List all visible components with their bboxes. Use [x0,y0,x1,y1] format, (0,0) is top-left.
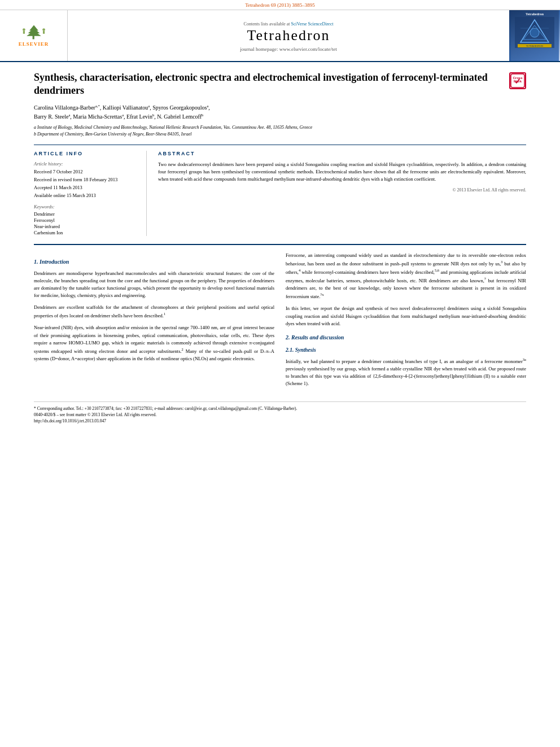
article-info-abstract-section: ARTICLE INFO Article history: Received 7… [34,145,526,236]
intro-para-2: Dendrimers are excellent scaffolds for t… [34,304,274,320]
intro-para-3: Near-infrared (NIR) dyes, with absorptio… [34,324,274,362]
author-4: Barry R. Steele [34,113,68,120]
crossmark-icon: ✓ Cross Mark [509,72,526,89]
available-date: Available online 15 March 2013 [34,193,138,199]
affiliation-a: a Institute of Biology, Medicinal Chemis… [34,124,526,131]
svg-text:Mark: Mark [514,80,522,83]
body-left-column: 1. Introduction Dendrimers are monodispe… [34,252,274,392]
affiliations: a Institute of Biology, Medicinal Chemis… [34,124,526,138]
author-3: Spyros Georgakopoulos [152,104,207,111]
issn-line: 0040-4020/$ – see front matter © 2013 El… [34,412,526,418]
svg-text:TETRAHEDRON: TETRAHEDRON [526,45,544,47]
keyword-3: Near-infrared [34,224,138,229]
svg-rect-5 [23,31,24,34]
cover-title: Tetrahedron [526,12,544,16]
article-info-header: ARTICLE INFO [34,151,138,156]
accepted-date: Accepted 11 March 2013 [34,185,138,191]
subsection2-1-title: 2.1. Synthesis [286,346,526,355]
cover-art-icon: TETRAHEDRON [515,17,554,48]
journal-main-title: Tetrahedron [247,27,330,44]
footnote-area: * Corresponding author. Tel.: +30 210727… [34,401,526,425]
journal-reference-text: Tetrahedron 69 (2013) 3885–3895 [245,2,315,8]
section1-title: 1. Introduction [34,257,274,267]
journal-title-area: Contents lists available at SciVerse Sci… [68,10,509,61]
svg-rect-7 [43,31,45,34]
author-1: Carolina Villalonga-Barber [34,104,95,111]
tetrahedron-cover: Tetrahedron TETRAHEDRON [511,10,559,61]
keyword-1: Dendrimer [34,211,138,217]
body-two-column: 1. Introduction Dendrimers are monodispe… [34,252,526,392]
ferrocene-para: Ferrocene, an interesting compound widel… [286,252,526,300]
paper-content: ✓ Cross Mark Synthesis, characterisation… [0,62,560,435]
paper-title-area: ✓ Cross Mark Synthesis, characterisation… [34,71,526,98]
doi-line[interactable]: http://dx.doi.org/10.1016/j.tet.2013.03.… [34,418,526,424]
paper-title: Synthesis, characterisation, electronic … [34,71,526,98]
crossmark-badge[interactable]: ✓ Cross Mark [509,72,526,89]
elsevier-tree-icon [20,24,48,40]
article-info-column: ARTICLE INFO Article history: Received 7… [34,151,147,236]
section2-title: 2. Results and discussion [286,333,526,342]
publisher-logo-area: ELSEVIER [0,10,68,61]
body-right-column: Ferrocene, an interesting compound widel… [286,252,526,392]
body-content: 1. Introduction Dendrimers are monodispe… [34,244,526,424]
sciverse-prefix: Contents lists available at [244,21,291,27]
svg-rect-0 [32,36,34,39]
article-history-label: Article history: [34,161,138,167]
elsevier-brand-text: ELSEVIER [19,41,49,47]
author-5: Maria Micha-Screttas [73,113,122,120]
copyright-line: © 2013 Elsevier Ltd. All rights reserved… [158,187,526,193]
sciverse-line: Contents lists available at SciVerse Sci… [244,20,334,27]
revised-date: Received in revised form 18 February 201… [34,177,138,184]
author-2: Kalliopi Vallianatou [103,104,148,111]
letter-intro-para: In this letter, we report the design and… [286,305,526,327]
author-6: Efrat Levin [126,113,152,120]
sciverse-link[interactable]: SciVerse ScienceDirect [291,21,334,27]
journal-cover-image: Tetrahedron TETRAHEDRON [509,10,560,61]
svg-point-4 [23,28,25,31]
keyword-4: Carbenium Ion [34,230,138,235]
synthesis-para: Initially, we had planned to prepare a d… [286,357,526,388]
keywords-label: Keywords: [34,204,138,209]
authors-line: Carolina Villalonga-Barbera,*, Kalliopi … [34,103,526,122]
journal-reference-bar: Tetrahedron 69 (2013) 3885–3895 [0,0,560,10]
affiliation-b: b Department of Chemistry, Ben-Gurion Un… [34,131,526,138]
abstract-text: Two new dodecaferrocenyl dendrimers have… [158,161,526,182]
author-7: N. Gabriel Lemcoff [157,113,202,120]
journal-homepage: journal homepage: www.elsevier.com/locat… [240,46,336,52]
abstract-column: ABSTRACT Two new dodecaferrocenyl dendri… [158,151,526,236]
intro-para-1: Dendrimers are monodisperse hyperbranche… [34,270,274,300]
abstract-header: ABSTRACT [158,151,526,156]
corresponding-author-note: * Corresponding author. Tel.: +30 210727… [34,405,526,412]
crossmark-svg: ✓ Cross Mark [510,73,525,88]
received-date: Received 7 October 2012 [34,169,138,176]
doi-text[interactable]: http://dx.doi.org/10.1016/j.tet.2013.03.… [34,418,106,423]
svg-point-6 [42,28,45,31]
svg-point-11 [530,28,539,37]
journal-header: ELSEVIER Contents lists available at Sci… [0,10,560,62]
keyword-2: Ferrocenyl [34,217,138,223]
